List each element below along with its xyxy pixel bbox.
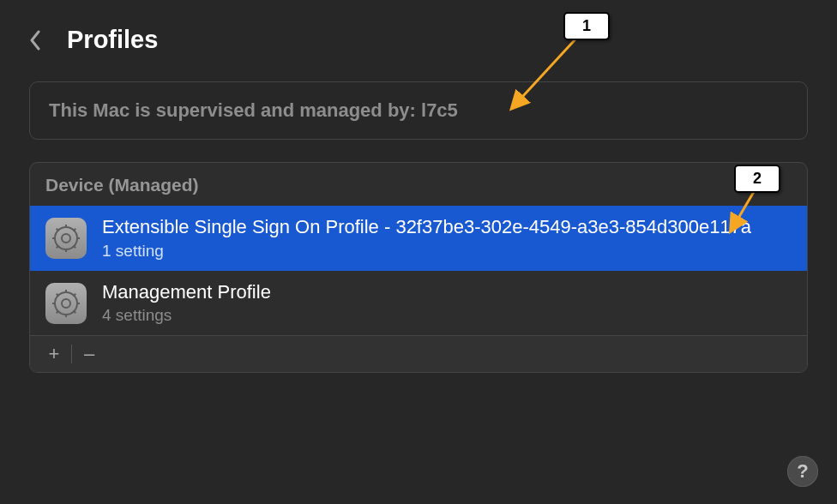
profiles-window: Profiles This Mac is supervised and mana…	[0, 0, 837, 504]
svg-point-9	[62, 234, 70, 243]
profiles-list-panel: Device (Managed)	[29, 162, 808, 373]
svg-line-17	[57, 310, 59, 313]
profile-row-sso[interactable]: Extensible Single Sign On Profile - 32f3…	[30, 206, 807, 271]
svg-point-19	[62, 299, 70, 308]
profile-subtitle: 4 settings	[102, 306, 271, 325]
remove-button[interactable]: –	[74, 339, 105, 369]
profile-text: Extensible Single Sign On Profile - 32f3…	[102, 214, 751, 261]
supervised-banner: This Mac is supervised and managed by: l…	[29, 81, 808, 140]
svg-line-6	[74, 246, 76, 249]
svg-line-8	[74, 229, 76, 231]
svg-line-5	[57, 229, 59, 231]
profile-name: Extensible Single Sign On Profile - 32f3…	[102, 214, 751, 240]
profile-name: Management Profile	[102, 279, 271, 305]
profile-text: Management Profile 4 settings	[102, 279, 271, 326]
help-button[interactable]: ?	[787, 456, 818, 487]
footer-divider	[71, 345, 72, 363]
profile-subtitle: 1 setting	[102, 242, 751, 261]
page-title: Profiles	[67, 26, 158, 54]
list-footer: + –	[30, 335, 807, 372]
gear-icon	[45, 283, 87, 324]
add-button[interactable]: +	[39, 339, 69, 369]
svg-line-18	[74, 293, 76, 296]
header: Profiles	[29, 26, 808, 54]
svg-line-16	[74, 310, 76, 313]
gear-icon	[45, 218, 87, 259]
svg-line-15	[57, 293, 59, 296]
svg-line-7	[57, 246, 59, 249]
supervised-text: This Mac is supervised and managed by: l…	[49, 99, 788, 122]
back-chevron-icon[interactable]	[29, 30, 41, 51]
profile-row-management[interactable]: Management Profile 4 settings	[30, 271, 807, 336]
section-header: Device (Managed)	[30, 163, 807, 206]
